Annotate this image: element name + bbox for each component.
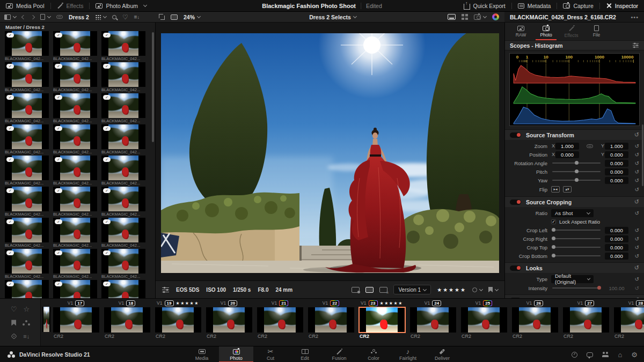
reset-icon[interactable]: ↺ <box>632 160 639 166</box>
filmstrip-item-19[interactable]: V119★★★★★CR2 <box>152 299 203 346</box>
camera-source-dropdown[interactable] <box>474 14 486 20</box>
media-thumbnail[interactable]: ✓BLACKMAGIC_042... <box>101 156 145 187</box>
rotation-field[interactable]: 0.000 <box>605 160 628 167</box>
slider-knob[interactable] <box>575 178 579 182</box>
reset-icon[interactable]: ↺ <box>634 199 639 205</box>
reset-icon[interactable]: ↺ <box>632 276 639 282</box>
media-thumbnail[interactable]: ✓BLACKMAGIC_042... <box>5 124 49 156</box>
position-y-field[interactable]: 0.000 <box>605 151 628 158</box>
media-thumbnail[interactable]: ✓BLACKMAGIC_042... <box>53 218 97 249</box>
ratio-dropdown[interactable]: As Shot <box>551 209 594 217</box>
pitch-slider[interactable] <box>552 171 601 172</box>
sort-icon[interactable]: ≡↓ <box>23 333 30 339</box>
page-tab-color[interactable]: Color <box>356 346 391 362</box>
viewer-rating[interactable]: ★★★★★ <box>437 287 466 293</box>
page-tab-fairlight[interactable]: ♪Fairlight <box>391 346 425 362</box>
reset-icon[interactable]: ↺ <box>632 285 639 291</box>
rotation-slider[interactable] <box>552 162 601 164</box>
media-thumbnail[interactable]: ✓BLACKMAGIC_042... <box>101 93 145 124</box>
media-thumbnail[interactable]: ✓BLACKMAGIC_042... <box>101 280 145 298</box>
scopes-header[interactable]: Scopes - Histogram <box>505 41 644 50</box>
viewer-title-dropdown[interactable]: Dress 2 Selects <box>309 14 356 20</box>
slider-knob[interactable] <box>552 245 555 249</box>
media-thumbnail[interactable]: ✓BLACKMAGIC_042... <box>53 93 97 124</box>
search-icon[interactable] <box>112 15 116 19</box>
media-thumbnail[interactable]: ✓BLACKMAGIC_042... <box>53 31 97 62</box>
reset-icon[interactable]: ↺ <box>632 169 639 175</box>
filmstrip-item-22[interactable]: V122CR2 <box>305 299 356 346</box>
tab-file[interactable]: File <box>584 23 609 40</box>
forward-button[interactable] <box>31 14 35 19</box>
crop-left-slider[interactable] <box>552 230 601 231</box>
photo-album-button[interactable]: Photo Album <box>90 0 152 11</box>
media-thumbnail[interactable]: ✓BLACKMAGIC_042... <box>53 124 97 156</box>
heart-icon[interactable]: ♡ <box>122 14 128 20</box>
media-thumbnail[interactable]: ✓BLACKMAGIC_042... <box>5 156 49 187</box>
settings-gear-icon[interactable]: ⚙ <box>631 351 638 358</box>
media-thumbnail[interactable]: ✓BLACKMAGIC_042... <box>101 218 145 249</box>
image-select-icon[interactable] <box>365 287 374 293</box>
media-thumbnail[interactable]: ✓BLACKMAGIC_042... <box>53 249 97 280</box>
crop-left-field[interactable]: 0.000 <box>605 227 628 234</box>
effects-button[interactable]: Effects <box>51 0 90 11</box>
single-view-button[interactable] <box>448 14 456 20</box>
intensity-field[interactable]: 100.00 <box>605 285 628 292</box>
sort-icon[interactable]: ≡↓ <box>134 14 140 20</box>
page-tab-deliver[interactable]: Deliver <box>425 346 459 362</box>
flag-dropdown[interactable] <box>472 287 482 292</box>
media-thumbnail[interactable]: ✓BLACKMAGIC_042... <box>5 62 49 93</box>
image-approve-icon[interactable] <box>352 287 360 293</box>
section-toggle[interactable] <box>510 200 521 205</box>
zoom-x-field[interactable]: 1.000 <box>555 143 579 150</box>
reset-icon[interactable]: ↺ <box>632 143 639 149</box>
filmstrip-item-23[interactable]: V123★★★★★CR2 <box>356 299 407 346</box>
media-thumbnail[interactable]: ✓BLACKMAGIC_042... <box>5 187 49 218</box>
primaries-header[interactable]: Primaries ↺ <box>505 294 644 298</box>
source-transform-header[interactable]: Source Transform ↺ <box>505 129 644 140</box>
position-x-field[interactable]: 0.000 <box>555 151 579 158</box>
tag-icon[interactable] <box>11 333 17 339</box>
image-reject-icon[interactable] <box>379 287 387 293</box>
color-label-icon[interactable] <box>25 320 27 322</box>
link-xy-icon[interactable] <box>587 144 593 148</box>
back-button[interactable] <box>21 14 26 19</box>
performance-icon[interactable] <box>572 352 577 358</box>
yaw-field[interactable]: 0.000 <box>605 177 628 184</box>
breadcrumb[interactable]: Master / Dress 2 <box>0 23 155 31</box>
panel-toggle-button[interactable] <box>4 14 16 20</box>
home-icon[interactable]: ⌂ <box>618 351 622 358</box>
filmstrip-item-18[interactable]: V118CR2 <box>101 299 152 346</box>
reset-icon[interactable]: ↺ <box>632 253 639 259</box>
crop-bottom-field[interactable]: 0.000 <box>605 253 628 260</box>
grid-view-button[interactable] <box>462 14 468 20</box>
page-tab-fusion[interactable]: Fusion <box>322 346 356 362</box>
inspector-button[interactable]: Inspector <box>600 0 644 11</box>
media-thumbnail[interactable]: ✓BLACKMAGIC_042... <box>101 62 145 93</box>
media-thumbnail[interactable]: ✓BLACKMAGIC_042... <box>53 280 97 298</box>
lock-aspect-checkbox[interactable]: ✓ <box>551 219 556 224</box>
link-icon[interactable] <box>56 15 63 19</box>
capture-button[interactable]: Capture <box>557 0 599 11</box>
metadata-button[interactable]: Metadata <box>512 0 557 11</box>
crop-bottom-slider[interactable] <box>552 255 601 256</box>
reset-icon[interactable]: ↺ <box>632 227 639 233</box>
reset-icon[interactable]: ↺ <box>634 132 639 138</box>
section-toggle[interactable] <box>510 132 521 138</box>
media-thumbnail[interactable]: ✓BLACKMAGIC_042... <box>5 249 49 280</box>
media-thumbnail[interactable]: ✓BLACKMAGIC_042... <box>101 187 145 218</box>
slider-knob[interactable] <box>597 286 601 290</box>
reset-icon[interactable]: ↺ <box>632 236 639 242</box>
slider-knob[interactable] <box>552 254 555 257</box>
tab-raw[interactable]: RAW <box>508 23 533 40</box>
adjustments-icon[interactable] <box>162 287 169 293</box>
chat-icon[interactable] <box>587 352 593 357</box>
filmstrip-item-24[interactable]: V124CR2 <box>407 299 458 346</box>
heart-icon[interactable]: ♡ <box>11 306 17 313</box>
tab-effects[interactable]: Effects <box>559 23 584 40</box>
bookmark-dropdown[interactable] <box>488 287 498 292</box>
flip-vertical-button[interactable]: ▴▾ <box>563 186 572 193</box>
reset-icon[interactable]: ↺ <box>632 187 639 193</box>
quick-export-button[interactable]: Quick Export <box>458 0 511 11</box>
bookmark-icon[interactable] <box>11 320 16 326</box>
slider-knob[interactable] <box>575 161 579 165</box>
